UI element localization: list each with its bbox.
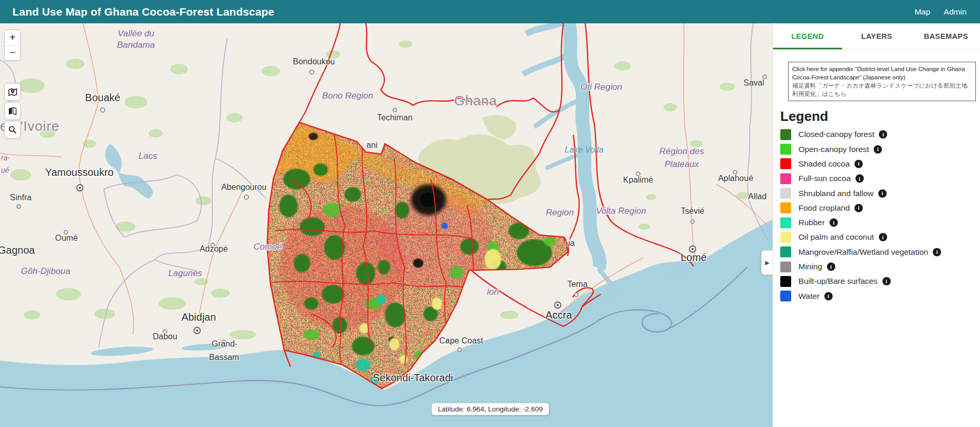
legend-swatch bbox=[780, 246, 791, 257]
map-label: ua bbox=[565, 239, 575, 247]
map-canvas[interactable]: e d'Ivoire Ghana Vallée du Bandama Bono … bbox=[0, 23, 772, 427]
search-button[interactable] bbox=[4, 121, 21, 139]
page-title: Land Use Map of Ghana Cocoa-Forest Lands… bbox=[12, 6, 274, 18]
sidebar-tabs: LEGEND LAYERS BASEMAPS bbox=[773, 23, 980, 50]
legend-item: Open-canopy forest i bbox=[780, 144, 980, 155]
legend-swatch bbox=[780, 291, 791, 301]
info-icon[interactable]: i bbox=[854, 204, 863, 212]
map-label: Yamoussoukro bbox=[45, 167, 114, 178]
map-label: ion bbox=[487, 287, 499, 297]
legend-swatch bbox=[780, 217, 791, 228]
map-label: Allad bbox=[748, 192, 767, 201]
map-label: Oumé bbox=[55, 233, 78, 242]
map-label: Lake Volta bbox=[564, 145, 603, 154]
legend-item: Mangrove/Raffia/Wetland vegetation i bbox=[780, 246, 980, 258]
map-label: Tema bbox=[567, 280, 587, 288]
legend-item: Food cropland i bbox=[780, 202, 980, 214]
sidebar-panel: LEGEND LAYERS BASEMAPS Click here for ap… bbox=[772, 23, 980, 427]
info-icon[interactable]: i bbox=[855, 174, 864, 183]
map-label: Région des bbox=[659, 146, 705, 156]
tab-basemaps[interactable]: BASEMAPS bbox=[912, 23, 980, 49]
zoom-out-button[interactable]: − bbox=[5, 46, 20, 61]
map-label: Volta Region bbox=[596, 206, 646, 216]
legend-label: Mangrove/Raffia/Wetland vegetation bbox=[798, 247, 928, 257]
info-icon[interactable]: i bbox=[882, 277, 891, 285]
tab-legend[interactable]: LEGEND bbox=[773, 23, 842, 49]
legend-title: Legend bbox=[780, 108, 980, 125]
legend-label: Rubber bbox=[798, 218, 825, 227]
appendix-note-en: Click here for appendix “District-level … bbox=[792, 66, 965, 80]
map-label: Adzopé bbox=[200, 244, 228, 253]
map-label: Abidjan bbox=[182, 311, 216, 323]
zoom-control: + − bbox=[4, 30, 21, 61]
map-label: Aplahoué bbox=[718, 174, 753, 183]
map-label: ani bbox=[366, 141, 377, 149]
map-label: Bouaké bbox=[85, 92, 120, 103]
legend-swatch bbox=[780, 202, 791, 213]
info-icon[interactable]: i bbox=[824, 292, 833, 300]
legend-swatch bbox=[780, 144, 791, 155]
appendix-note-link[interactable]: Click here for appendix “District-level … bbox=[788, 62, 976, 101]
legend-item: Water i bbox=[780, 291, 980, 302]
legend-swatch bbox=[780, 188, 791, 199]
map-label: Cape Coast bbox=[439, 336, 484, 345]
legend-label: Shaded cocoa bbox=[798, 159, 850, 169]
map-label: Sinfra bbox=[10, 193, 32, 202]
legend-item: Mining i bbox=[780, 261, 980, 272]
map-label: Sekondi-Takoradi bbox=[373, 372, 453, 383]
legend-item: Full-sun cocoa i bbox=[780, 173, 980, 184]
map-label: Tsévié bbox=[681, 206, 704, 215]
legend-label: Open-canopy forest bbox=[798, 145, 869, 154]
legend-item: Rubber i bbox=[780, 217, 980, 228]
map-label: Gôh-Djiboua bbox=[21, 266, 70, 276]
coordinates-readout: Latitude: 6.964, Longitude: -2.609 bbox=[432, 403, 549, 415]
legend-label: Shrubland and fallow bbox=[798, 189, 874, 198]
info-icon[interactable]: i bbox=[874, 145, 882, 154]
header-nav: Map Admin bbox=[915, 7, 967, 17]
legend-swatch bbox=[780, 261, 791, 272]
legend-label: Full-sun cocoa bbox=[798, 174, 851, 183]
map-label: Region bbox=[546, 208, 574, 217]
map-label: Gagnoa bbox=[0, 244, 35, 256]
legend-swatch bbox=[780, 232, 791, 243]
legend-label: Food cropland bbox=[798, 203, 850, 213]
map-label: Comoé bbox=[254, 242, 282, 252]
legend-swatch bbox=[780, 173, 791, 184]
legend-item: Shaded cocoa i bbox=[780, 158, 980, 170]
header: Land Use Map of Ghana Cocoa-Forest Lands… bbox=[0, 0, 980, 23]
info-icon[interactable]: i bbox=[933, 248, 941, 256]
info-icon[interactable]: i bbox=[854, 160, 863, 168]
locate-button[interactable] bbox=[4, 83, 21, 101]
legend-swatch bbox=[780, 129, 791, 140]
compare-layers-button[interactable] bbox=[4, 102, 21, 120]
tab-layers[interactable]: LAYERS bbox=[842, 23, 911, 49]
map-label: Oti Region bbox=[581, 82, 622, 92]
info-icon[interactable]: i bbox=[830, 218, 838, 227]
info-icon[interactable]: i bbox=[827, 263, 835, 271]
map-label: Bassam bbox=[209, 353, 239, 362]
map-label: Vallée du bbox=[118, 29, 155, 38]
nav-admin-link[interactable]: Admin bbox=[944, 7, 967, 17]
legend-swatch bbox=[780, 158, 791, 169]
map-label: Lagunes bbox=[168, 268, 202, 278]
sidebar-collapse-button[interactable]: ▶ bbox=[761, 250, 773, 275]
info-icon[interactable]: i bbox=[879, 130, 887, 139]
info-icon[interactable]: i bbox=[878, 189, 887, 198]
info-icon[interactable]: i bbox=[879, 233, 887, 241]
map-point-marker[interactable] bbox=[441, 223, 448, 229]
map-label: Techiman bbox=[377, 113, 412, 122]
map-label: Dabou bbox=[153, 332, 177, 341]
map-label: Saval bbox=[743, 78, 764, 87]
map-label: Bondoukou bbox=[293, 57, 335, 66]
legend-label: Oil palm and coconut bbox=[798, 232, 874, 242]
zoom-in-button[interactable]: + bbox=[5, 30, 20, 46]
nav-map-link[interactable]: Map bbox=[915, 7, 930, 17]
legend-label: Closed-canopy forest bbox=[798, 130, 874, 139]
map-label: Plateaux bbox=[665, 159, 699, 169]
legend-item: Closed-canopy forest i bbox=[780, 129, 980, 140]
legend-item: Shrubland and fallow i bbox=[780, 188, 980, 199]
app: Land Use Map of Ghana Cocoa-Forest Lands… bbox=[0, 0, 980, 427]
legend-label: Water bbox=[798, 292, 820, 301]
legend-item: Built-up/Bare surfaces i bbox=[780, 276, 980, 287]
map-label: ra- bbox=[1, 154, 10, 162]
